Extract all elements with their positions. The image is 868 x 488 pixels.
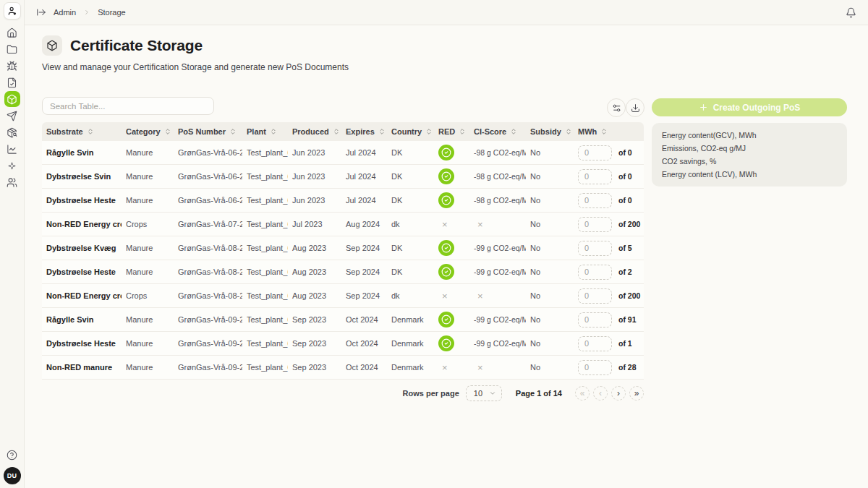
red-x-icon: ×	[442, 219, 448, 230]
column-header-produced[interactable]: Produced	[288, 127, 341, 136]
column-header-plant[interactable]: Plant	[242, 127, 288, 136]
cell-category: Manure	[122, 244, 174, 252]
sidebar-item-documents[interactable]	[4, 74, 20, 90]
next-page-button[interactable]: ›	[611, 386, 626, 401]
sidebar-item-analytics[interactable]	[4, 141, 20, 157]
breadcrumb-admin[interactable]: Admin	[54, 8, 76, 17]
red-x-icon: ×	[442, 362, 448, 373]
home-icon	[7, 27, 17, 38]
cell-subsidy: No	[526, 172, 574, 181]
sidebar-nav	[4, 25, 20, 190]
cell-subsidy: No	[526, 291, 574, 300]
column-header-substrate[interactable]: Substrate	[42, 127, 122, 136]
notifications-button[interactable]	[846, 7, 856, 18]
cell-ci-score: -99 g CO2-eq/MJ	[469, 244, 526, 252]
help-button[interactable]	[7, 450, 17, 461]
ci-x-icon: ×	[477, 362, 483, 373]
sort-icon	[378, 128, 386, 135]
mwh-input[interactable]	[578, 288, 612, 304]
cell-plant: Test_plant_6	[242, 196, 288, 205]
sidebar-item-folders[interactable]	[4, 41, 20, 57]
cell-subsidy: No	[526, 148, 574, 157]
column-header-category[interactable]: Category	[122, 127, 174, 136]
mwh-capacity-label: of 0	[618, 172, 632, 181]
sort-icon	[459, 128, 466, 135]
rows-per-page-select[interactable]: 10	[466, 385, 502, 401]
sidebar-item-users[interactable]	[4, 174, 20, 190]
cell-expires: Aug 2024	[341, 220, 387, 228]
cell-produced: Aug 2023	[288, 267, 341, 276]
mwh-capacity-label: of 2	[618, 267, 632, 276]
sidebar-item-package-search[interactable]	[4, 124, 20, 140]
column-header-ci-score[interactable]: CI-Score	[469, 127, 526, 136]
chevron-right-icon	[83, 9, 90, 16]
cell-ci-score: -99 g CO2-eq/MJ	[469, 267, 526, 276]
column-header-red[interactable]: RED	[434, 127, 469, 136]
red-x-icon: ×	[442, 291, 448, 301]
column-header-country[interactable]: Country	[387, 127, 434, 136]
cell-produced: Jul 2023	[288, 220, 341, 228]
cell-red: ×	[434, 362, 469, 373]
create-outgoing-pos-button[interactable]: Create Outgoing PoS	[652, 98, 847, 116]
table-body: Rågylle SvinManureGrønGas-Vrå-06-23Test_…	[42, 141, 644, 380]
column-header-mwh[interactable]: MWh	[574, 127, 644, 136]
column-header-pos-number[interactable]: PoS Number	[174, 127, 242, 136]
app-logo[interactable]	[4, 2, 21, 20]
package-icon	[7, 94, 17, 105]
table-row: Rågylle SvinManureGrønGas-Vrå-06-23Test_…	[42, 141, 644, 165]
summary-item: Energy content(GCV), MWh	[662, 131, 837, 140]
cell-red	[434, 335, 469, 351]
mwh-input[interactable]	[578, 217, 612, 232]
cell-mwh: of 1	[574, 336, 644, 351]
cell-mwh: of 0	[574, 169, 644, 184]
page-title: Certificate Storage	[70, 37, 203, 54]
cell-subsidy: No	[526, 220, 574, 228]
sort-icon	[229, 128, 237, 135]
sidebar-item-ai[interactable]	[4, 158, 20, 174]
page-indicator: Page 1 of 14	[516, 389, 562, 398]
red-check-icon	[438, 145, 454, 160]
cell-mwh: of 200	[574, 217, 644, 232]
cell-country: dk	[387, 220, 434, 228]
mwh-input[interactable]	[578, 312, 612, 328]
column-label: CI-Score	[474, 127, 506, 136]
mwh-input[interactable]	[578, 193, 612, 208]
table-settings-button[interactable]	[607, 98, 626, 117]
previous-page-button[interactable]: ‹	[593, 386, 608, 401]
breadcrumb-storage[interactable]: Storage	[98, 8, 126, 17]
column-header-expires[interactable]: Expires	[341, 127, 387, 136]
download-button[interactable]	[626, 98, 644, 117]
sidebar-item-outgoing[interactable]	[4, 108, 20, 124]
cell-produced: Sep 2023	[288, 339, 341, 348]
mwh-input[interactable]	[578, 360, 612, 375]
cell-pos-number: GrønGas-Vrå-08-23	[174, 244, 242, 252]
mwh-input[interactable]	[578, 241, 612, 256]
table-row: Dybstrøelse KvægManureGrønGas-Vrå-08-23T…	[42, 236, 644, 260]
cell-category: Manure	[122, 172, 174, 181]
cell-ci-score: ×	[469, 362, 526, 373]
sidebar-toggle-icon[interactable]	[36, 7, 46, 17]
cell-produced: Jun 2023	[288, 148, 341, 157]
sidebar-item-debug[interactable]	[4, 58, 20, 74]
summary-panel: Energy content(GCV), MWhEmissions, CO2-e…	[652, 123, 847, 187]
package-search-icon	[7, 127, 17, 138]
mwh-input[interactable]	[578, 169, 612, 184]
mwh-input[interactable]	[578, 265, 612, 280]
first-page-button[interactable]: «	[575, 386, 590, 401]
last-page-button[interactable]: »	[629, 386, 644, 401]
sidebar-item-certificate-storage[interactable]	[4, 91, 20, 107]
cell-subsidy: No	[526, 244, 574, 252]
mwh-input[interactable]	[578, 145, 612, 160]
user-avatar[interactable]: DU	[4, 467, 21, 484]
red-check-icon	[438, 192, 454, 208]
cell-pos-number: GrønGas-Vrå-06-23	[174, 172, 242, 181]
mwh-input[interactable]	[578, 336, 612, 351]
red-check-icon	[438, 240, 454, 256]
column-header-subsidy[interactable]: Subsidy	[526, 127, 574, 136]
summary-item: CO2 savings, %	[662, 157, 837, 166]
cell-mwh: of 2	[574, 265, 644, 280]
table-header: SubstrateCategoryPoS NumberPlantProduced…	[42, 122, 644, 141]
sidebar-item-home[interactable]	[4, 25, 20, 40]
search-input[interactable]	[42, 97, 214, 115]
pagination: Rows per page 10 Page 1 of 14 « ‹ › »	[42, 385, 644, 402]
